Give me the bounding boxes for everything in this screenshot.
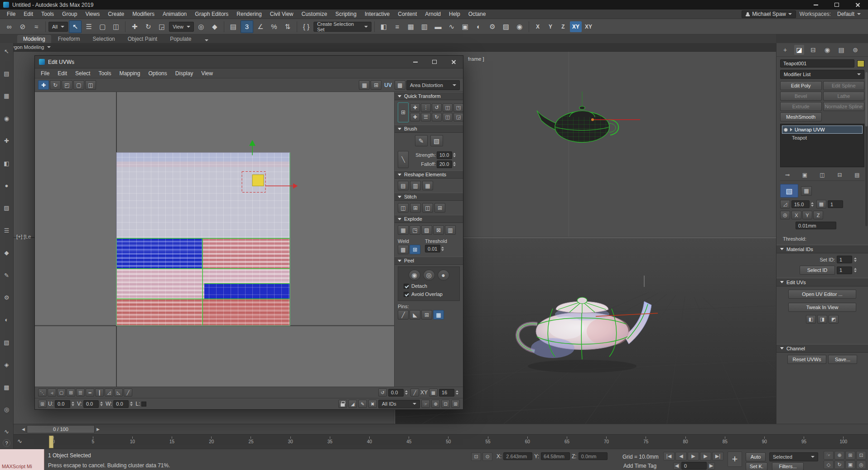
relax-until-flat-icon[interactable]: ▥: [410, 181, 421, 190]
u-field[interactable]: 0.0: [55, 400, 70, 408]
pan-view-icon[interactable]: ☞: [824, 451, 834, 460]
uv-menu-edit[interactable]: Edit: [53, 69, 71, 78]
flatten-polygons-icon[interactable]: ◳: [410, 225, 420, 235]
weld-selected-icon[interactable]: ▩: [398, 245, 409, 254]
reset-uvws-button[interactable]: Reset UVWs: [787, 355, 826, 364]
spinner[interactable]: [854, 267, 858, 274]
uv-soft-selection-icon[interactable]: ⋱: [38, 388, 47, 397]
snap-angle-icon[interactable]: ╱: [410, 388, 419, 397]
constrain-y-button[interactable]: Y: [545, 21, 556, 32]
rectangular-selection-region-icon[interactable]: ▢: [96, 20, 109, 33]
zoom-view-icon[interactable]: ⊕: [834, 451, 844, 460]
rail-gem-icon[interactable]: ◈: [2, 360, 12, 369]
rollout-quick-transform[interactable]: Quick Transform: [395, 92, 463, 100]
previous-frame-icon[interactable]: ◀: [675, 452, 687, 460]
rail-pattern-icon[interactable]: ▩: [2, 383, 12, 392]
quick-peel-icon[interactable]: ◉: [409, 270, 420, 281]
rail-layers-icon[interactable]: ▤: [2, 69, 12, 78]
strength-field[interactable]: 10.0: [437, 151, 452, 159]
reference-coordinate-dropdown[interactable]: View: [169, 22, 194, 32]
window-minimize-button[interactable]: [805, 0, 826, 10]
auto-key-button[interactable]: Auto: [746, 452, 766, 461]
grid-size-field[interactable]: 16: [439, 389, 454, 397]
stitch-custom-icon[interactable]: ◫: [398, 203, 409, 213]
uv-gizmo-toggle[interactable]: ⊞: [398, 102, 409, 122]
rail-shade-icon[interactable]: ▨: [2, 204, 12, 213]
flatten-by-smoothing-group-icon[interactable]: ▨: [421, 225, 432, 235]
menu-civil-view[interactable]: Civil View: [266, 10, 298, 18]
rail-select-icon[interactable]: ↖: [2, 47, 12, 56]
qt-align-pair2-icon[interactable]: ◫: [443, 113, 453, 121]
menu-interactive[interactable]: Interactive: [361, 10, 394, 18]
uv-canvas[interactable]: [35, 92, 394, 387]
snap-toggle-3d-icon[interactable]: 3: [241, 20, 253, 33]
z-coordinate-field[interactable]: 0.0mm: [579, 452, 608, 460]
curve-editor-icon[interactable]: ∿: [445, 20, 458, 33]
tab-modeling[interactable]: Modeling: [17, 35, 51, 43]
rollout-material-ids[interactable]: Material IDs: [776, 245, 868, 253]
freeform-snap-icon[interactable]: ✎: [358, 400, 367, 408]
y-coordinate-field[interactable]: 64.58mm: [541, 452, 570, 460]
select-by-name-icon[interactable]: ☰: [82, 20, 95, 33]
material-id-filter-dropdown[interactable]: All IDs: [378, 400, 420, 408]
qt-linear-align-icon[interactable]: ☰: [421, 113, 431, 121]
edit-poly-button[interactable]: Edit Poly: [780, 81, 822, 90]
window-maximize-button[interactable]: [826, 0, 847, 10]
time-marker[interactable]: [49, 436, 53, 448]
filter-faces-icon[interactable]: ◢: [348, 400, 357, 408]
display-tab-icon[interactable]: ▤: [836, 45, 846, 55]
frame-forward-icon[interactable]: ▶: [708, 462, 715, 470]
menu-help[interactable]: Help: [445, 10, 464, 18]
peel-mode-icon[interactable]: ◎: [423, 270, 435, 281]
uv-paint-move-brush-icon[interactable]: ✎: [415, 135, 428, 146]
utilities-tab-icon[interactable]: ⊚: [850, 45, 860, 55]
object-name-field[interactable]: Teapot001: [780, 59, 854, 68]
make-unique-icon[interactable]: ◫: [818, 171, 827, 179]
rollout-explode[interactable]: Explode: [395, 215, 463, 223]
window-crossing-toggle-icon[interactable]: ◫: [110, 20, 122, 33]
zoom-extents-icon[interactable]: ⊞: [845, 451, 855, 460]
uv-menu-options[interactable]: Options: [144, 69, 171, 78]
distortion-mode-dropdown[interactable]: Area Distortion: [406, 80, 460, 90]
qt-rotate-cw-icon[interactable]: ↻: [432, 113, 442, 121]
isolate-selection-toggle-icon[interactable]: ⊡: [471, 452, 481, 461]
v-field[interactable]: 0.0: [83, 400, 99, 408]
falloff-value-field[interactable]: 15.0: [791, 200, 810, 208]
select-object-icon[interactable]: ↖: [69, 20, 82, 33]
previous-frame-arrow-icon[interactable]: ◀: [20, 425, 27, 433]
render-setup-icon[interactable]: ⚙: [486, 20, 499, 33]
show-end-result-icon[interactable]: ▣: [800, 171, 810, 179]
uv-menu-file[interactable]: File: [37, 69, 53, 78]
rail-move-icon[interactable]: ✚: [2, 136, 12, 145]
qt-rotate-ccw-icon[interactable]: ↺: [432, 103, 442, 112]
texture-list-icon[interactable]: ▩: [395, 80, 405, 90]
next-frame-icon[interactable]: ▶: [700, 452, 711, 460]
meshsmooth-button[interactable]: MeshSmooth: [780, 112, 822, 121]
dialog-titlebar[interactable]: Edit UVWs: [35, 56, 463, 68]
menu-arnold[interactable]: Arnold: [421, 10, 445, 18]
save-channel-button[interactable]: Save...: [828, 355, 857, 364]
rail-wave-icon[interactable]: ∿: [2, 427, 12, 436]
uv-ring-selection-icon[interactable]: ◺: [114, 388, 123, 397]
edit-spline-button[interactable]: Edit Spline: [823, 81, 865, 90]
field-of-view-icon[interactable]: ◇: [824, 460, 834, 469]
tab-populate[interactable]: Populate: [164, 35, 197, 43]
grid-snap-icon[interactable]: ▦: [429, 388, 438, 397]
rail-sphere-icon[interactable]: ◉: [2, 114, 12, 123]
menu-customize[interactable]: Customize: [298, 10, 332, 18]
workspace-dropdown[interactable]: Default: [834, 10, 863, 18]
rail-gear-icon[interactable]: ⚙: [2, 293, 12, 302]
align-icon[interactable]: ≡: [391, 20, 404, 33]
zoom-region-icon[interactable]: ⊡: [441, 400, 450, 408]
set-key-button[interactable]: Set K.: [746, 462, 767, 470]
constrain-x-button[interactable]: X: [532, 21, 544, 32]
flatten-by-material-id-icon[interactable]: ⊠: [433, 225, 444, 235]
render-production-icon[interactable]: ◉: [513, 20, 526, 33]
spinner[interactable]: [405, 389, 409, 396]
orbit-view-icon[interactable]: ↻: [834, 460, 844, 469]
rail-pencil-icon[interactable]: ✎: [2, 271, 12, 280]
uv-menu-display[interactable]: Display: [171, 69, 197, 78]
lathe-button[interactable]: Lathe: [823, 92, 865, 101]
threshold-distance-field[interactable]: 0.01mm: [796, 222, 836, 229]
select-id-button[interactable]: Select ID: [800, 266, 835, 275]
